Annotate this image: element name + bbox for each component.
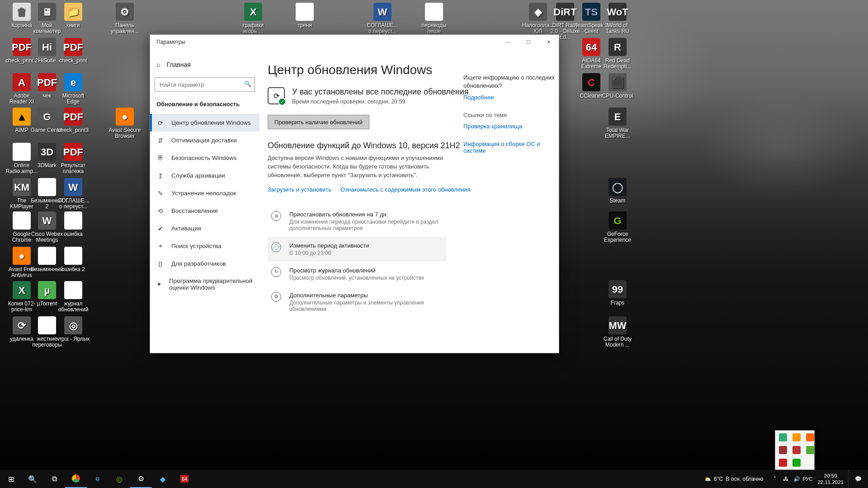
option-icon: ↻	[271, 267, 281, 277]
clock-date: 22.11.2021	[817, 479, 844, 485]
tray-icon[interactable]	[793, 433, 801, 441]
desktop-icon[interactable]: ETotal War EMPIRE...	[600, 108, 635, 139]
maximize-button[interactable]: ☐	[518, 35, 538, 49]
nav-label: Программа предварительной оценки Windows	[169, 277, 253, 291]
aside-more-link[interactable]: Подробнее	[463, 94, 556, 101]
settings-body: ⌂ Главная 🔍 Обновление и безопасность ⟳Ц…	[150, 49, 559, 353]
nav-icon: ⇵	[156, 136, 164, 144]
tray-popup[interactable]	[775, 430, 815, 470]
update-option[interactable]: ↻Просмотр журнала обновленийПросмотр обн…	[268, 262, 446, 286]
sidebar-item[interactable]: ↥Служба архивации	[150, 167, 259, 184]
file-icon: C	[582, 73, 600, 91]
sidebar-item[interactable]: ⇵Оптимизация доставки	[150, 131, 259, 149]
sidebar-item[interactable]: ✔Активация	[150, 220, 259, 237]
aside-storage-link[interactable]: Проверка хранилища	[463, 123, 556, 130]
desktop-icon[interactable]: Xграфики игорь ...	[236, 3, 270, 34]
file-icon	[38, 247, 56, 265]
minimize-button[interactable]: ─	[498, 35, 518, 49]
weather-widget[interactable]: ⛅ 6°C В осн. облачно	[698, 476, 769, 482]
download-install-link[interactable]: Загрузить и установить	[268, 186, 331, 193]
sidebar-item[interactable]: ⟳Центр обновления Windows	[150, 114, 259, 131]
desktop-icon[interactable]: 📁книги	[56, 3, 90, 28]
desktop-icon[interactable]: PDFcheck_print	[56, 38, 90, 64]
notifications-button[interactable]: 💬	[848, 470, 868, 488]
search-button[interactable]: 🔍	[22, 470, 43, 488]
desktop-icon[interactable]: треня	[288, 3, 322, 28]
tray-lang[interactable]: РУС	[802, 476, 813, 482]
desktop-icon[interactable]: ●Avast Secure Browser	[108, 108, 142, 139]
file-icon	[13, 143, 31, 161]
tray-icon[interactable]	[779, 446, 787, 454]
taskbar-settings[interactable]: ⚙	[130, 470, 152, 488]
desktop-icon[interactable]: eMicrosoft Edge	[56, 73, 90, 105]
tray-volume-icon[interactable]: 🔊	[791, 476, 802, 482]
sidebar-item[interactable]: ✎Устранение неполадок	[150, 184, 259, 202]
desktop-icon[interactable]: ⚙Панель управлен...	[108, 3, 142, 34]
tray-icon[interactable]	[779, 459, 787, 467]
update-status-sub: Время последней проверки: сегодня, 20:59	[292, 99, 469, 105]
sidebar-item[interactable]: {}Для разработчиков	[150, 255, 259, 272]
sidebar-item[interactable]: ⛨Безопасность Windows	[150, 149, 259, 167]
taskbar-right: ⛅ 6°C В осн. облачно ˄ 🖧 🔊 РУС 20:59 22.…	[698, 470, 868, 488]
window-titlebar[interactable]: Параметры ─ ☐ ✕	[150, 35, 559, 49]
settings-sidebar: ⌂ Главная 🔍 Обновление и безопасность ⟳Ц…	[150, 49, 259, 353]
tray-icon[interactable]	[793, 446, 801, 454]
file-icon: X	[13, 281, 31, 299]
taskbar-aida64[interactable]: 64	[174, 470, 195, 488]
tray-network-icon[interactable]: 🖧	[780, 476, 791, 482]
desktop-icon[interactable]: WСОГЛАШЕ... о переуст...	[365, 3, 400, 34]
sidebar-item[interactable]: ✦Программа предварительной оценки Window…	[150, 272, 259, 296]
file-icon: R	[609, 38, 627, 56]
aside-os-info-link[interactable]: Информация о сборке ОС и системе	[463, 141, 556, 154]
desktop-icon[interactable]: GGeForce Experience	[600, 211, 635, 243]
desktop-icon[interactable]: MWCall of Duty Modern ...	[600, 316, 635, 348]
sidebar-item[interactable]: ⟲Восстановление	[150, 202, 259, 220]
file-icon	[64, 247, 82, 265]
start-button[interactable]: ⊞	[0, 470, 22, 488]
desktop-icon[interactable]: переводы леше	[417, 3, 451, 34]
search-input[interactable]	[155, 77, 255, 92]
desktop-icon[interactable]: ◎vrpui - Ярлык	[56, 316, 90, 342]
tray-icon[interactable]	[779, 433, 787, 441]
tray-icon[interactable]	[806, 446, 814, 454]
close-button[interactable]: ✕	[538, 35, 559, 49]
search-icon: 🔍	[244, 80, 251, 87]
learn-more-link[interactable]: Ознакомьтесь с содержимым этого обновлен…	[340, 186, 470, 193]
desktop-icon[interactable]: PDFcheck_print3	[56, 108, 90, 133]
desktop-icon[interactable]: ◯Steam	[600, 178, 635, 204]
taskbar-clock[interactable]: 20:59 22.11.2021	[813, 473, 848, 485]
tray-icon[interactable]	[793, 459, 801, 467]
update-status-head: У вас установлены все последние обновлен…	[292, 87, 469, 97]
tray-chevron[interactable]: ˄	[769, 476, 780, 482]
tray-icon[interactable]	[806, 433, 814, 441]
desktop-icon[interactable]: ⬛CPU-Control	[600, 73, 635, 99]
taskbar-chrome[interactable]	[65, 470, 87, 488]
update-option[interactable]: ⚙Дополнительные параметрыДополнительные …	[268, 286, 446, 318]
desktop-icon[interactable]: ошибка 2	[56, 247, 90, 272]
update-option[interactable]: ⏸Приостановить обновления на 7 дн.Для из…	[268, 206, 446, 237]
check-updates-button[interactable]: Проверить наличие обновлений	[268, 115, 369, 129]
update-option[interactable]: 🕘Изменить период активностиС 10:00 до 23…	[268, 237, 446, 262]
taskbar-edge[interactable]: e	[87, 470, 108, 488]
desktop-icon[interactable]: RRed Dead Redempti...	[600, 38, 635, 70]
update-options: ⏸Приостановить обновления на 7 дн.Для из…	[268, 206, 446, 318]
file-icon	[13, 211, 31, 230]
option-icon: ⏸	[271, 211, 281, 221]
option-title: Просмотр журнала обновлений	[289, 267, 424, 274]
desktop-icon-label: журнал обновлений	[56, 301, 90, 313]
aside-related-head: Ссылки по теме	[463, 112, 556, 118]
option-title: Приостановить обновления на 7 дн.	[289, 211, 443, 218]
sidebar-item[interactable]: ⌖Поиск устройства	[150, 237, 259, 255]
task-view-button[interactable]: ⧉	[43, 470, 65, 488]
nav-icon: ↥	[156, 172, 164, 179]
desktop-icon[interactable]: WoTWorld of Tanks RU	[600, 3, 635, 34]
desktop-icon[interactable]: PDFРезультат платежа	[56, 143, 90, 174]
taskbar-app[interactable]: ◆	[152, 470, 174, 488]
desktop-icon[interactable]: журнал обновлений	[56, 281, 90, 313]
desktop-icon[interactable]: ошибка	[56, 211, 90, 237]
taskbar-nvidia[interactable]: ◎	[108, 470, 130, 488]
home-button[interactable]: ⌂ Главная	[150, 57, 259, 72]
file-icon: 🖥	[38, 3, 56, 21]
desktop-icon[interactable]: 99Fraps	[600, 280, 635, 306]
desktop-icon[interactable]: WСОГЛАШЕ... о переуст...	[56, 178, 90, 210]
